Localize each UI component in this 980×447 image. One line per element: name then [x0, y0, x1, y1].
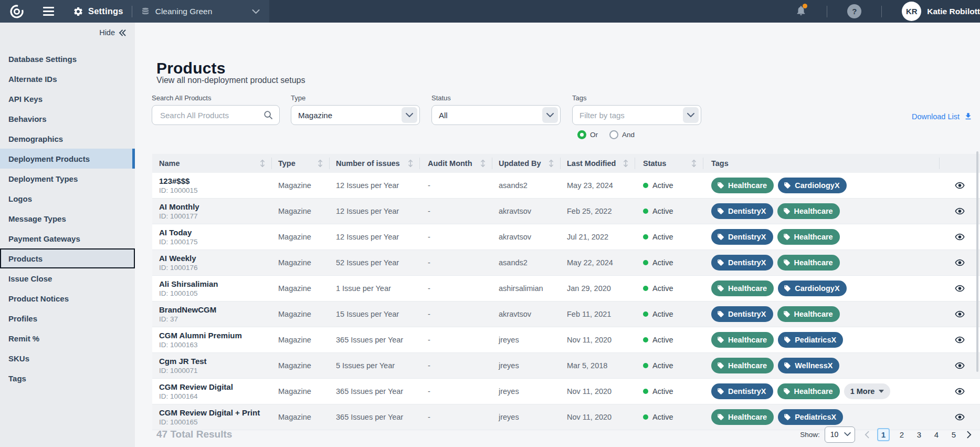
sort-icon: [407, 159, 414, 168]
table-row[interactable]: CGM Alumni PremiumID: 1000163Magazine365…: [152, 327, 980, 353]
sidebar-item-deployment-types[interactable]: Deployment Types: [0, 169, 135, 189]
page-size-select[interactable]: 10: [825, 427, 855, 443]
status-dot: [643, 286, 648, 291]
column-header-number-of-issues[interactable]: Number of issues: [330, 154, 420, 173]
product-type: Magazine: [272, 173, 330, 198]
notifications-bell-icon[interactable]: [795, 5, 807, 18]
avatar-initials: KR: [906, 7, 918, 16]
radio-option-or[interactable]: Or: [577, 130, 598, 139]
table-row[interactable]: AI MonthlyID: 1000177Magazine12 Issues p…: [152, 199, 980, 224]
view-product-button[interactable]: [954, 386, 965, 397]
sidebar-item-issue-close[interactable]: Issue Close: [0, 268, 135, 288]
column-label: Updated By: [499, 159, 541, 168]
product-name[interactable]: AI Monthly: [159, 202, 199, 211]
page-button-5[interactable]: 5: [949, 429, 959, 440]
sidebar-item-database-settings[interactable]: Database Settings: [0, 49, 135, 69]
table-row[interactable]: BrandNewCGMID: 37Magazine15 Issues per Y…: [152, 302, 980, 327]
tags-select[interactable]: Filter by tags: [572, 105, 701, 125]
more-tags-dropdown[interactable]: 1 More: [844, 383, 891, 399]
user-avatar[interactable]: KR: [902, 2, 921, 21]
column-header-type[interactable]: Type: [272, 154, 330, 173]
page-button-3[interactable]: 3: [914, 429, 924, 440]
help-icon[interactable]: ?: [847, 4, 861, 18]
tags-cell: DentistryXHealthcare: [703, 199, 940, 224]
view-product-button[interactable]: [954, 180, 965, 191]
next-page-chevron-icon[interactable]: [966, 430, 973, 440]
table-row[interactable]: Cgm JR TestID: 1000071Magazine5 Issues p…: [152, 353, 980, 379]
table-row[interactable]: CGM Review DigitalID: 1000164Magazine365…: [152, 379, 980, 404]
view-product-button[interactable]: [954, 360, 965, 371]
column-header-status[interactable]: Status: [635, 154, 703, 173]
page-button-2[interactable]: 2: [897, 429, 907, 440]
tags-cell: HealthcareWellnessX: [703, 353, 940, 378]
search-input[interactable]: [159, 110, 264, 120]
product-name[interactable]: Ali Shirsalimian: [159, 279, 218, 288]
view-product-button[interactable]: [954, 335, 965, 345]
download-list-button[interactable]: Download List: [912, 112, 973, 121]
product-name[interactable]: BrandNewCGM: [159, 305, 216, 314]
sidebar-item-tags[interactable]: Tags: [0, 368, 135, 388]
status-select[interactable]: All: [431, 105, 561, 125]
issues-per-year: 15 Issues per Year: [330, 302, 420, 327]
page-button-4[interactable]: 4: [931, 429, 942, 440]
hide-sidebar-button[interactable]: Hide: [99, 28, 127, 37]
eye-icon: [954, 335, 965, 345]
column-header-audit-month[interactable]: Audit Month: [420, 154, 492, 173]
table-row[interactable]: AI WeeklyID: 1000176Magazine52 Issues pe…: [152, 250, 980, 276]
tag-icon: [717, 362, 724, 369]
table-row[interactable]: 123#$$$ID: 1000015Magazine12 Issues per …: [152, 173, 980, 199]
sort-icon: [691, 159, 697, 168]
tag-label: DentistryX: [728, 233, 766, 241]
radio-unselected-icon[interactable]: [609, 130, 618, 139]
view-product-button[interactable]: [954, 283, 965, 294]
column-header-last-modified[interactable]: Last Modified: [561, 154, 635, 173]
column-header-name[interactable]: Name: [152, 154, 272, 173]
previous-page-chevron-icon[interactable]: [863, 430, 870, 440]
sidebar-item-demographics[interactable]: Demographics: [0, 129, 135, 149]
sidebar-item-deployment-products[interactable]: Deployment Products: [0, 149, 135, 169]
column-header-updated-by[interactable]: Updated By: [492, 154, 561, 173]
table-row[interactable]: AI TodayID: 1000175Magazine12 Issues per…: [152, 224, 980, 250]
table-row[interactable]: Ali ShirsalimianID: 1000105Magazine1 Iss…: [152, 276, 980, 302]
sidebar-item-alternate-ids[interactable]: Alternate IDs: [0, 69, 135, 89]
issues-per-year: 12 Issues per Year: [330, 199, 420, 224]
view-product-button[interactable]: [954, 257, 965, 268]
product-name[interactable]: CGM Alumni Premium: [159, 331, 242, 340]
status-label: Active: [652, 258, 673, 267]
radio-selected-icon[interactable]: [577, 130, 586, 139]
vertical-scrollbar[interactable]: [976, 151, 978, 372]
view-product-button[interactable]: [954, 309, 965, 319]
sidebar-item-payment-gateways[interactable]: Payment Gateways: [0, 228, 135, 248]
product-name[interactable]: 123#$$$: [159, 176, 189, 185]
product-name[interactable]: CGM Review Digital + Print: [159, 408, 260, 417]
product-name[interactable]: Cgm JR Test: [159, 357, 207, 366]
sidebar-item-message-types[interactable]: Message Types: [0, 209, 135, 228]
app-logo-icon[interactable]: [8, 3, 25, 20]
view-product-button[interactable]: [954, 232, 965, 242]
sidebar-item-profiles[interactable]: Profiles: [0, 308, 135, 328]
tag-label: DentistryX: [728, 387, 766, 396]
product-name[interactable]: CGM Review Digital: [159, 382, 233, 391]
database-selector-dropdown[interactable]: Cleaning Green: [141, 0, 260, 23]
product-name[interactable]: AI Weekly: [159, 254, 196, 263]
tags-cell: DentistryXHealthcare1 More: [703, 379, 940, 404]
radio-option-and[interactable]: And: [609, 130, 635, 139]
view-product-button[interactable]: [954, 412, 965, 422]
sidebar-item-remit[interactable]: Remit %: [0, 328, 135, 348]
sidebar-item-products[interactable]: Products: [0, 248, 135, 268]
product-name[interactable]: AI Today: [159, 228, 192, 237]
sidebar-item-api-keys[interactable]: API Keys: [0, 89, 135, 109]
sidebar-item-behaviors[interactable]: Behaviors: [0, 109, 135, 129]
type-select[interactable]: Magazine: [291, 105, 420, 125]
sidebar-item-skus[interactable]: SKUs: [0, 348, 135, 368]
sidebar-item-product-notices[interactable]: Product Notices: [0, 288, 135, 308]
view-product-button[interactable]: [954, 206, 965, 216]
sidebar-item-label: SKUs: [8, 354, 29, 363]
tag-icon: [717, 413, 724, 421]
page-button-1[interactable]: 1: [877, 428, 890, 441]
sidebar-item-logos[interactable]: Logos: [0, 189, 135, 209]
audit-month: -: [420, 250, 492, 275]
tag-label: DentistryX: [728, 258, 766, 267]
user-name[interactable]: Katie Robilott: [927, 7, 980, 16]
hamburger-menu-icon[interactable]: [41, 5, 56, 18]
